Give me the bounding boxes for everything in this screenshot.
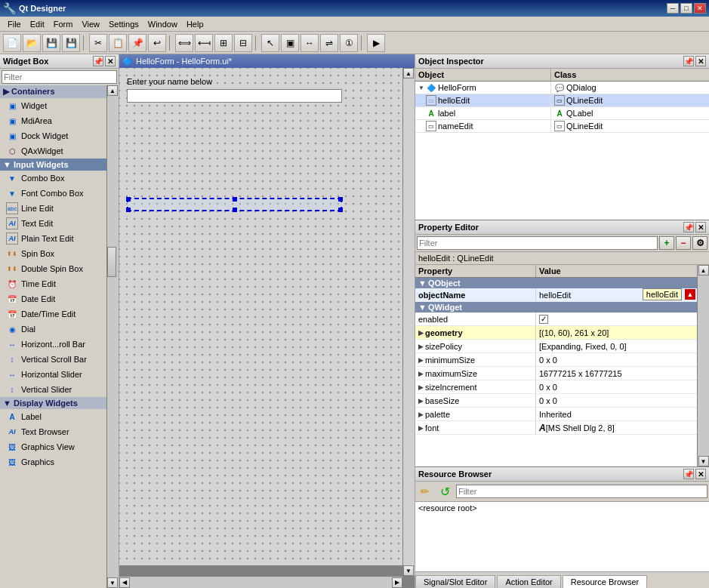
maximize-button[interactable]: □: [680, 3, 692, 14]
tb-save-all-button[interactable]: 💾: [62, 34, 80, 52]
prop-expand-maximumsize[interactable]: ▶: [418, 370, 424, 377]
widget-item-fontcombobox[interactable]: ▼ Font Combo Box: [0, 186, 106, 201]
widget-item-combobox[interactable]: ▼ Combo Box: [0, 171, 106, 186]
res-browser-close[interactable]: ✕: [695, 469, 706, 479]
menu-settings[interactable]: Settings: [104, 18, 143, 30]
widget-box-filter-input[interactable]: [2, 70, 117, 84]
tb-copy-button[interactable]: 📋: [109, 34, 127, 52]
obj-inspector-pin[interactable]: 📌: [683, 56, 694, 66]
form-scroll-right[interactable]: ▶: [392, 577, 402, 588]
obj-row-helloform[interactable]: ▼ 🔷 HelloForm 💬 QDialog: [415, 82, 709, 94]
widget-item-spinbox[interactable]: ⬆⬇ Spin Box: [0, 246, 106, 261]
prop-filter-input[interactable]: [417, 236, 658, 250]
handle-tm[interactable]: [233, 197, 237, 202]
prop-scroll-up[interactable]: ▲: [698, 265, 709, 276]
tb-buddy-button[interactable]: ⇌: [320, 34, 338, 52]
widget-item-textbrowser[interactable]: AI Text Browser: [0, 424, 106, 439]
handle-br[interactable]: [338, 208, 343, 212]
prop-value-objectname[interactable]: helloEdit ▲ helloEdit: [536, 288, 697, 301]
tb-save-button[interactable]: 💾: [42, 34, 60, 52]
prop-value-enabled[interactable]: [536, 312, 697, 325]
widget-item-mdiarea[interactable]: ▣ MdiArea: [0, 113, 106, 128]
prop-expand-geometry[interactable]: ▶: [418, 329, 424, 337]
widget-item-doublespinbox[interactable]: ⬆⬇ Double Spin Box: [0, 261, 106, 276]
category-input-widgets[interactable]: ▼ Input Widgets: [0, 159, 106, 171]
prop-section-qwidget-expand[interactable]: ▼: [418, 303, 427, 312]
category-containers[interactable]: ▶ Containers: [0, 85, 106, 98]
tab-resource-browser[interactable]: Resource Browser: [563, 575, 647, 588]
tb-widget-button[interactable]: ▣: [281, 34, 299, 52]
widget-item-graphicsview[interactable]: 🖼 Graphics View: [0, 439, 106, 454]
widget-item-datetimeedit[interactable]: 📅 Date/Time Edit: [0, 306, 106, 322]
res-refresh-button[interactable]: ↺: [436, 483, 453, 500]
widget-item-plaintextedit[interactable]: AI Plain Text Edit: [0, 231, 106, 246]
res-edit-button[interactable]: ✏: [417, 483, 433, 500]
minimize-button[interactable]: ─: [667, 3, 679, 14]
obj-row-helloedit[interactable]: ▭ helloEdit ▭ QLineEdit: [415, 94, 709, 107]
handle-bm[interactable]: [233, 208, 237, 212]
widget-item-widget[interactable]: ▣ Widget: [0, 98, 106, 113]
widget-scroll-down[interactable]: ▼: [107, 577, 118, 588]
prop-editor-close[interactable]: ✕: [695, 222, 706, 232]
obj-row-nameedit[interactable]: ▭ nameEdit ▭ QLineEdit: [415, 120, 709, 133]
tb-layout-break-button[interactable]: ⊟: [234, 34, 252, 52]
menu-help[interactable]: Help: [182, 18, 208, 30]
prop-editor-pin[interactable]: 📌: [683, 222, 694, 232]
prop-table-vscroll[interactable]: ▲ ▼: [697, 265, 709, 466]
widget-item-dateedit[interactable]: 📅 Date Edit: [0, 291, 106, 306]
tb-layout-v-button[interactable]: ⟻: [195, 34, 213, 52]
widget-item-timeedit[interactable]: ⏰ Time Edit: [0, 276, 106, 291]
tb-layout-grid-button[interactable]: ⊞: [214, 34, 233, 52]
widget-scroll-up[interactable]: ▲: [107, 85, 118, 96]
widget-item-hslider[interactable]: ↔ Horizontal Slider: [0, 367, 106, 382]
handle-tl[interactable]: [126, 197, 131, 202]
prop-expand-sizeincrement[interactable]: ▶: [418, 383, 424, 391]
prop-value-geometry[interactable]: [(10, 60), 261 x 20]: [536, 326, 697, 339]
tb-open-button[interactable]: 📂: [23, 34, 41, 52]
form-selected-widget[interactable]: [127, 198, 342, 211]
handle-tr[interactable]: [338, 197, 343, 202]
res-tree-root[interactable]: <resource root>: [415, 502, 709, 514]
form-hscroll[interactable]: ◀ ▶: [119, 576, 402, 588]
tb-layout-h-button[interactable]: ⟺: [175, 34, 193, 52]
menu-window[interactable]: Window: [143, 18, 182, 30]
widget-item-qaxwidget[interactable]: ⬡ QAxWidget: [0, 143, 106, 159]
prop-add-button[interactable]: +: [659, 236, 674, 250]
obj-inspector-close[interactable]: ✕: [695, 56, 706, 66]
tb-taborder-button[interactable]: ①: [340, 34, 358, 52]
widget-item-textedit[interactable]: AI Text Edit: [0, 216, 106, 231]
widget-item-vscrollbar[interactable]: ↕ Vertical Scroll Bar: [0, 352, 106, 367]
tab-signal-slot-editor[interactable]: Signal/Slot Editor: [415, 575, 495, 588]
menu-file[interactable]: File: [3, 18, 26, 30]
menu-edit[interactable]: Edit: [26, 18, 49, 30]
tb-new-button[interactable]: 📄: [3, 34, 21, 52]
prop-expand-sizepolicy[interactable]: ▶: [418, 343, 424, 350]
tb-cut-button[interactable]: ✂: [89, 34, 107, 52]
widget-item-hscrollbar[interactable]: ↔ Horizont...roll Bar: [0, 337, 106, 352]
prop-value-sizepolicy[interactable]: [Expanding, Fixed, 0, 0]: [536, 340, 697, 352]
form-vscroll[interactable]: ▲ ▼: [402, 68, 415, 576]
widget-item-dockwidget[interactable]: ▣ Dock Widget: [0, 128, 106, 143]
prop-section-qobject-expand[interactable]: ▼: [418, 279, 427, 288]
tb-preview-button[interactable]: ▶: [367, 34, 385, 52]
form-scroll-left[interactable]: ◀: [119, 577, 130, 588]
tb-pointer-button[interactable]: ↖: [261, 34, 279, 52]
prop-scroll-down[interactable]: ▼: [698, 456, 709, 466]
form-scroll-up[interactable]: ▲: [403, 68, 414, 79]
menu-form[interactable]: Form: [49, 18, 78, 30]
prop-expand-basesize[interactable]: ▶: [418, 397, 424, 405]
handle-bl[interactable]: [126, 208, 131, 212]
tb-connect-button[interactable]: ↔: [301, 34, 319, 52]
form-content[interactable]: Enter your name below: [119, 68, 415, 565]
menu-view[interactable]: View: [77, 18, 104, 30]
prop-expand-palette[interactable]: ▶: [418, 411, 424, 418]
widget-item-label[interactable]: A Label: [0, 409, 106, 424]
form-scroll-down[interactable]: ▼: [403, 565, 414, 576]
widget-item-dial[interactable]: ◉ Dial: [0, 322, 106, 337]
prop-expand-minimumsize[interactable]: ▶: [418, 356, 424, 364]
widget-box-close-button[interactable]: ✕: [105, 56, 116, 66]
prop-expand-font[interactable]: ▶: [418, 424, 424, 432]
tb-paste-button[interactable]: 📌: [128, 34, 146, 52]
obj-row-label[interactable]: A label A QLabel: [415, 107, 709, 120]
prop-value-basesize[interactable]: 0 x 0: [536, 394, 697, 407]
